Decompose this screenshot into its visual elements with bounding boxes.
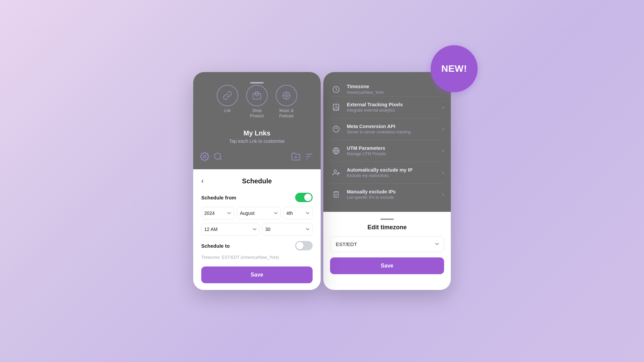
timezone-select[interactable]: EST/EDT PST/PDT CST/CDT MST/MDT UTC — [330, 236, 444, 252]
external-tracking-chevron: › — [442, 104, 444, 110]
manual-exclude-icon-wrap — [330, 188, 342, 200]
music-icon — [282, 91, 291, 100]
shop-product-label: ShopProduct — [250, 108, 264, 119]
utm-title: UTM Parameters — [347, 145, 440, 151]
utm-chevron: › — [442, 148, 444, 154]
settings-icon[interactable] — [200, 152, 209, 161]
schedule-to-label: Schedule to — [201, 243, 230, 249]
schedule-to-row: Schedule to — [201, 241, 313, 250]
manual-exclude-sub: List specific IPs to exclude — [347, 195, 440, 200]
timezone-text: Timezone: EST/EDT (America/New_York) — [201, 255, 313, 260]
external-tracking-text: External Tracking Pixels Integrate exter… — [347, 102, 440, 113]
external-tracking-sub: Integrate external analytics — [347, 108, 440, 113]
icons-row: Lnk ShopProduct — [200, 85, 314, 119]
manual-exclude-text: Manually exclude IPs List specific IPs t… — [347, 189, 440, 200]
schedule-header: ‹ Schedule — [201, 177, 313, 185]
new-badge-text: NEW! — [441, 63, 467, 74]
svg-point-4 — [215, 153, 221, 160]
new-badge: NEW! — [431, 45, 478, 92]
settings-item-external-tracking[interactable]: External Tracking Pixels Integrate exter… — [330, 97, 444, 118]
toolbar-left — [200, 152, 223, 161]
year-select[interactable]: 2024 2025 — [201, 207, 234, 220]
settings-list: Timezone America/New_York — [330, 79, 444, 205]
shop-icon-circle — [246, 85, 268, 106]
right-save-button[interactable]: Save — [330, 257, 444, 274]
settings-top-bg: Timezone America/New_York — [323, 72, 451, 212]
music-podcast-icon-item[interactable]: Music &Podcast — [276, 85, 297, 119]
settings-item-exclude-ip[interactable]: Automatically exclude my IP Exclude my v… — [330, 162, 444, 184]
user-exclude-icon — [332, 169, 340, 176]
chart-icon — [332, 104, 340, 111]
folder-icon[interactable] — [291, 152, 301, 161]
back-button[interactable]: ‹ — [201, 177, 204, 185]
schedule-from-toggle[interactable] — [295, 193, 313, 202]
toolbar-row — [200, 149, 314, 163]
day-select[interactable]: 4th 5th — [283, 207, 313, 220]
shop-product-icon-item[interactable]: ShopProduct — [246, 85, 268, 119]
utm-sub: Manage UTM Presets — [347, 152, 440, 156]
minute-select[interactable]: 30 00 — [262, 223, 313, 236]
svg-point-3 — [204, 156, 206, 158]
manual-exclude-title: Manually exclude IPs — [347, 189, 440, 194]
link-icon — [223, 91, 232, 100]
exclude-ip-sub: Exclude my visits/clicks — [347, 173, 440, 178]
timezone-text-block: Timezone America/New_York — [347, 84, 444, 95]
exclude-ip-text: Automatically exclude my IP Exclude my v… — [347, 167, 440, 178]
schedule-section: ‹ Schedule Schedule from 2024 2025 Augus… — [193, 169, 321, 290]
handle-bar-top — [250, 82, 264, 83]
meta-title: Meta Conversion API — [347, 124, 440, 129]
meta-icon-wrap — [330, 123, 342, 135]
manual-exclude-chevron: › — [442, 191, 444, 197]
meta-chevron: › — [442, 126, 444, 132]
music-icon-circle — [276, 85, 297, 106]
left-phone: Lnk ShopProduct — [193, 72, 321, 290]
edit-timezone-section: Edit timezone EST/EDT PST/PDT CST/CDT MS… — [323, 212, 451, 281]
lnk-icon-circle — [217, 85, 238, 106]
settings-item-manual-exclude[interactable]: Manually exclude IPs List specific IPs t… — [330, 184, 444, 205]
schedule-title: Schedule — [242, 177, 272, 185]
clock-icon — [332, 86, 340, 93]
schedule-to-toggle[interactable] — [295, 241, 313, 250]
svg-rect-0 — [253, 94, 261, 99]
my-lnks-title: My Lnks — [200, 129, 314, 137]
settings-item-timezone[interactable]: Timezone America/New_York — [330, 79, 444, 97]
external-tracking-title: External Tracking Pixels — [347, 102, 440, 107]
settings-item-meta[interactable]: Meta Conversion API Server to server coo… — [330, 118, 444, 140]
meta-icon — [332, 125, 340, 133]
svg-point-17 — [334, 170, 336, 172]
my-lnks-section: My Lnks Tap each Lnk to customise — [200, 129, 314, 149]
exclude-ip-title: Automatically exclude my IP — [347, 167, 440, 173]
sort-icon[interactable] — [305, 152, 314, 161]
tracking-icon-wrap — [330, 101, 342, 113]
time-selects: 12 AM 1 AM 30 00 — [201, 223, 313, 236]
month-select[interactable]: August September — [237, 207, 280, 220]
utm-text: UTM Parameters Manage UTM Presets — [347, 145, 440, 156]
exclude-ip-icon-wrap — [330, 167, 342, 179]
edit-timezone-title: Edit timezone — [330, 224, 444, 231]
my-lnks-subtitle: Tap each Lnk to customise — [200, 138, 314, 144]
schedule-from-row: Schedule from — [201, 193, 313, 202]
phone-top-bg: Lnk ShopProduct — [193, 72, 321, 169]
exclude-ip-chevron: › — [442, 170, 444, 176]
toolbar-right — [291, 152, 314, 161]
left-save-button[interactable]: Save — [201, 266, 313, 283]
right-phone: Timezone America/New_York — [323, 72, 451, 290]
svg-point-2 — [285, 94, 288, 97]
utm-icon — [332, 147, 340, 155]
settings-item-utm[interactable]: UTM Parameters Manage UTM Presets › — [330, 140, 444, 162]
lnk-icon-item[interactable]: Lnk — [217, 85, 238, 119]
utm-icon-wrap — [330, 145, 342, 157]
date-selects: 2024 2025 August September 4th 5th — [201, 207, 313, 220]
search-icon[interactable] — [213, 152, 223, 161]
timezone-subtitle: America/New_York — [347, 90, 444, 95]
lnk-label: Lnk — [224, 108, 230, 114]
meta-text: Meta Conversion API Server to server coo… — [347, 124, 440, 134]
shop-icon — [252, 91, 262, 100]
meta-sub: Server to server cookieless tracking — [347, 130, 440, 134]
schedule-from-label: Schedule from — [201, 195, 236, 200]
hour-select[interactable]: 12 AM 1 AM — [201, 223, 260, 236]
timezone-icon-wrap — [330, 83, 342, 96]
clipboard-icon — [332, 191, 340, 198]
timezone-title: Timezone — [347, 84, 444, 89]
music-podcast-label: Music &Podcast — [279, 108, 293, 119]
